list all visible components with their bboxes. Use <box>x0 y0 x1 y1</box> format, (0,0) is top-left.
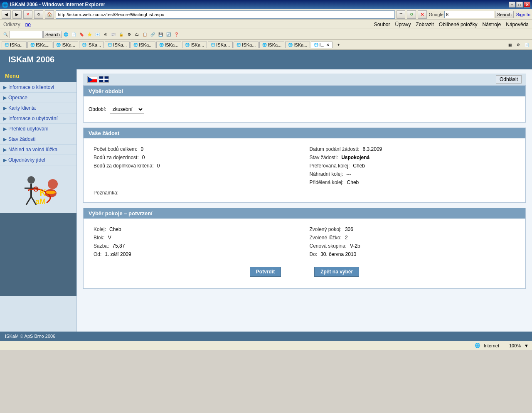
tb-icon-3[interactable]: 📄 <box>70 31 78 38</box>
footer-text: ISKaM © ApS Brno 2006 <box>5 334 55 339</box>
tb-icon-16[interactable]: ❓ <box>173 31 180 38</box>
flag-uk[interactable] <box>99 76 109 83</box>
zadost-row-0: Počet bodů celkem: 0 <box>94 145 300 153</box>
maximize-button[interactable]: □ <box>516 2 523 7</box>
tab-0[interactable]: 🌐ISKa... <box>2 42 27 48</box>
menu-oblibene[interactable]: Oblíbené položky <box>439 22 478 27</box>
address-bar[interactable] <box>56 10 395 19</box>
sidebar-item-prehled-ubytovani[interactable]: ▶ Přehled ubytování <box>0 124 76 134</box>
ie-tabs-bar: 🌐ISKa... 🌐ISKa... 🌐ISKa... 🌐ISKa... 🌐ISK… <box>0 40 532 50</box>
svg-line-3 <box>26 197 31 205</box>
links-label: Odkazy <box>3 22 20 27</box>
tb-icon-13[interactable]: 🔗 <box>149 31 157 38</box>
quick-tabs-button[interactable]: ▦ <box>506 41 514 49</box>
toolbar-search-button[interactable]: Search <box>43 31 62 38</box>
tb-icon-9[interactable]: 🔒 <box>118 31 125 38</box>
tb-icon-4[interactable]: 🔖 <box>78 31 86 38</box>
tb-icon-14[interactable]: 💾 <box>157 31 165 38</box>
zoom-level[interactable]: 100% <box>509 343 521 348</box>
confirm-button[interactable]: Potvrdit <box>250 267 281 277</box>
tb-icon-5[interactable]: ⭐ <box>86 31 94 38</box>
arrow-icon: ▶ <box>3 95 7 101</box>
page-button[interactable]: 📄 <box>523 41 530 49</box>
tab-1[interactable]: 🌐ISKa... <box>27 42 52 48</box>
browser-icon: 🌐 <box>2 2 8 8</box>
zadost-row-r3: Náhradní kolej: --- <box>310 170 516 178</box>
zadost-section-body: Počet bodů celkem: 0 Bodů za dojezdnost:… <box>84 138 525 202</box>
tab-3[interactable]: 🌐ISKa... <box>79 42 104 48</box>
sidebar-item-objednavky-jidel[interactable]: ▶ Objednávky jídel <box>0 155 76 165</box>
tb-icon-12[interactable]: 📋 <box>141 31 149 38</box>
forward-button[interactable]: ▶ <box>12 10 22 19</box>
ie-status-bar: 🌐 Internet 100% ▼ <box>0 341 532 350</box>
home-button[interactable]: 🏠 <box>45 10 54 19</box>
tab-9[interactable]: 🌐ISKa... <box>234 42 259 48</box>
sidebar-item-karty-klienta[interactable]: ▶ Karty klienta <box>0 103 76 113</box>
svg-point-8 <box>46 191 56 194</box>
arrow-icon: ▶ <box>3 157 7 163</box>
sidebar-item-stav-zadosti[interactable]: ▶ Stav žádosti <box>0 134 76 145</box>
refresh-btn2[interactable]: ↻ <box>407 10 416 19</box>
close-button[interactable]: ✕ <box>524 2 530 7</box>
back-to-selection-button[interactable]: Zpět na výběr <box>314 267 359 277</box>
internet-zone-icon: 🌐 <box>475 343 480 348</box>
pokoje-row-r2: Cenová skupina: V-2b <box>310 242 516 250</box>
arrow-icon: ▶ <box>3 147 7 152</box>
logout-button[interactable]: Odhlásit <box>496 75 522 84</box>
app-header: ISKaM 2006 <box>0 50 532 69</box>
menu-napoveda[interactable]: Nápověda <box>506 22 529 27</box>
toolbar-icon-1[interactable]: 🔍 <box>2 31 9 38</box>
ie-nav-toolbar: ◀ ▶ ✕ ↻ 🏠 → ↻ ✕ Google Search Sign In <box>0 9 532 20</box>
sidebar-item-informace-klientovi[interactable]: ▶ Informace o klientovi <box>0 82 76 93</box>
refresh-button[interactable]: ↻ <box>34 10 43 19</box>
tb-icon-10[interactable]: ⚙ <box>126 31 133 38</box>
menu-nastroje[interactable]: Nástroje <box>483 22 501 27</box>
svg-point-9 <box>48 179 58 189</box>
tab-7[interactable]: 🌐ISKa... <box>182 42 207 48</box>
sidebar-item-operace[interactable]: ▶ Operace <box>0 93 76 103</box>
zadost-row-r2: Preferovaná kolej: Cheb <box>310 162 516 170</box>
no-label[interactable]: no <box>25 22 31 27</box>
period-select[interactable]: zkusební 2009/2010 2010/2011 <box>110 105 144 114</box>
sidebar-item-informace-ubytovani[interactable]: ▶ Informace o ubytování <box>0 113 76 124</box>
sign-in-link[interactable]: Sign In <box>516 12 530 17</box>
back-button[interactable]: ◀ <box>2 10 11 19</box>
tab-6[interactable]: 🌐ISKa... <box>156 42 181 48</box>
flag-czech[interactable] <box>87 76 97 83</box>
tb-icon-11[interactable]: 🗂 <box>133 31 141 38</box>
google-search-button[interactable]: Search <box>495 11 514 18</box>
tab-12[interactable]: 🌐I... ✕ <box>311 42 332 48</box>
tab-2[interactable]: 🌐ISKa... <box>53 42 78 48</box>
flags <box>87 76 109 83</box>
tb-icon-2[interactable]: 🌐 <box>62 31 70 38</box>
stop-button[interactable]: ✕ <box>23 10 32 19</box>
zadost-row-2: Bodů za doplňková kritéria: 0 <box>94 162 300 170</box>
google-search-input[interactable] <box>444 11 494 18</box>
go-button[interactable]: → <box>397 10 405 19</box>
sidebar-item-nahled-luzka[interactable]: ▶ Náhled na volná lůžka <box>0 145 76 155</box>
tools-button2[interactable]: ⚙ <box>515 41 522 49</box>
tab-11[interactable]: 🌐ISKa... <box>285 42 310 48</box>
stop-btn2[interactable]: ✕ <box>418 10 427 19</box>
tb-icon-7[interactable]: 🖨 <box>102 31 109 38</box>
ie-searchbar: 🔍 Search 🌐 📄 🔖 ⭐ 📧 🖨 📰 🔒 ⚙ 🗂 📋 🔗 💾 🔄 ❓ <box>0 29 532 40</box>
tb-icon-15[interactable]: 🔄 <box>165 31 172 38</box>
menu-soubor[interactable]: Soubor <box>374 22 390 27</box>
toolbar-search-input[interactable] <box>10 31 43 38</box>
svg-text:S: S <box>34 186 38 193</box>
new-tab-button[interactable]: + <box>335 41 342 49</box>
page-content: ISKaM 2006 Menu ▶ Informace o klientovi … <box>0 50 532 341</box>
menu-zobrazit[interactable]: Zobrazit <box>416 22 434 27</box>
tb-icon-6[interactable]: 📧 <box>94 31 101 38</box>
tab-8[interactable]: 🌐ISKa... <box>208 42 233 48</box>
tb-icon-8[interactable]: 📰 <box>110 31 117 38</box>
tab-10[interactable]: 🌐ISKa... <box>259 42 284 48</box>
pokoje-btn-row: Potvrdit Zpět na výběr <box>89 260 520 283</box>
period-section-header: Výběr období <box>84 86 525 96</box>
menu-upravy[interactable]: Úpravy <box>395 22 411 27</box>
minimize-button[interactable]: – <box>509 2 515 7</box>
arrow-icon: ▶ <box>3 85 7 90</box>
tab-4[interactable]: 🌐ISKa... <box>105 42 130 48</box>
window-title: ISKaM 2006 - Windows Internet Explorer <box>10 2 105 7</box>
tab-5[interactable]: 🌐ISKa... <box>131 42 155 48</box>
